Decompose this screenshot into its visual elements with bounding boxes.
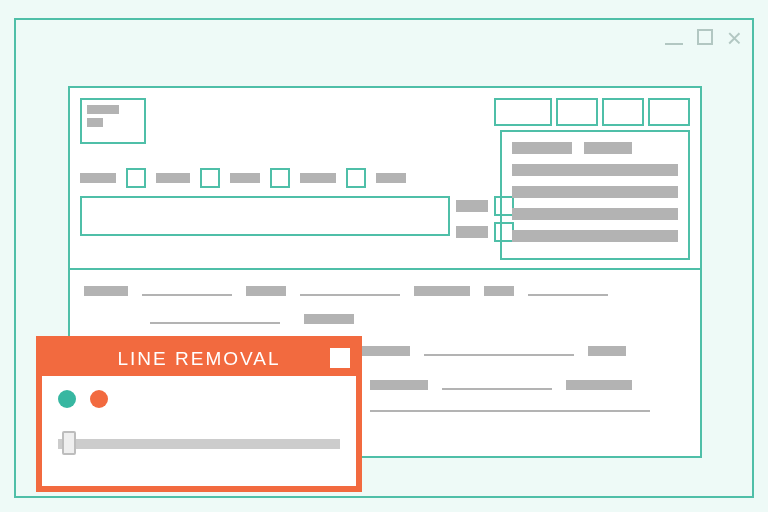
placeholder-text (484, 286, 514, 296)
id-box (80, 98, 146, 144)
form-row (84, 286, 608, 296)
underline-field[interactable] (300, 294, 400, 296)
placeholder-text (156, 173, 190, 183)
maximize-icon[interactable] (697, 27, 713, 49)
threshold-slider[interactable] (58, 434, 340, 452)
form-upper-section (70, 88, 700, 270)
underline-field[interactable] (150, 322, 280, 324)
underline-field[interactable] (528, 294, 608, 296)
tab-cell[interactable] (556, 98, 598, 126)
form-row (370, 380, 632, 390)
placeholder-text (512, 208, 678, 220)
form-row (150, 314, 354, 324)
side-panel (500, 130, 690, 260)
minimize-icon[interactable] (665, 27, 683, 49)
placeholder-text (84, 286, 128, 296)
tab-cell[interactable] (494, 98, 552, 126)
underline-field[interactable] (424, 354, 574, 356)
placeholder-text (230, 173, 260, 183)
underline-field[interactable] (442, 388, 552, 390)
option-dot-teal[interactable] (58, 390, 76, 408)
placeholder-text (584, 142, 632, 154)
tab-cell[interactable] (648, 98, 690, 126)
large-input[interactable] (80, 196, 450, 236)
top-tabs (494, 98, 690, 126)
titlebar: × (16, 20, 752, 56)
line-removal-dialog: LINE REMOVAL (36, 336, 362, 492)
dialog-control-icon[interactable] (330, 348, 350, 368)
placeholder-text (358, 346, 410, 356)
placeholder-text (588, 346, 626, 356)
checkbox[interactable] (270, 168, 290, 188)
placeholder-text (456, 226, 488, 238)
underline-field[interactable] (142, 294, 232, 296)
placeholder-text (414, 286, 470, 296)
placeholder-text (87, 118, 103, 127)
option-dots (58, 390, 340, 408)
placeholder-text (300, 173, 336, 183)
form-row (370, 410, 650, 412)
tab-cell[interactable] (602, 98, 644, 126)
close-icon[interactable]: × (727, 25, 742, 51)
placeholder-text (512, 186, 678, 198)
slider-thumb[interactable] (62, 431, 76, 455)
placeholder-text (376, 173, 406, 183)
slider-track (58, 439, 340, 449)
checkbox[interactable] (346, 168, 366, 188)
placeholder-text (512, 164, 678, 176)
dialog-titlebar[interactable]: LINE REMOVAL (42, 342, 356, 376)
dialog-body (42, 376, 356, 466)
placeholder-text (80, 173, 116, 183)
checkbox[interactable] (126, 168, 146, 188)
underline-field[interactable] (370, 410, 650, 412)
checkbox-row (80, 168, 406, 188)
placeholder-text (512, 142, 572, 154)
placeholder-text (246, 286, 286, 296)
dialog-title: LINE REMOVAL (117, 348, 280, 370)
option-dot-orange[interactable] (90, 390, 108, 408)
placeholder-text (566, 380, 632, 390)
placeholder-text (456, 200, 488, 212)
placeholder-text (512, 230, 678, 242)
placeholder-text (87, 105, 119, 114)
placeholder-text (304, 314, 354, 324)
placeholder-text (370, 380, 428, 390)
checkbox[interactable] (200, 168, 220, 188)
